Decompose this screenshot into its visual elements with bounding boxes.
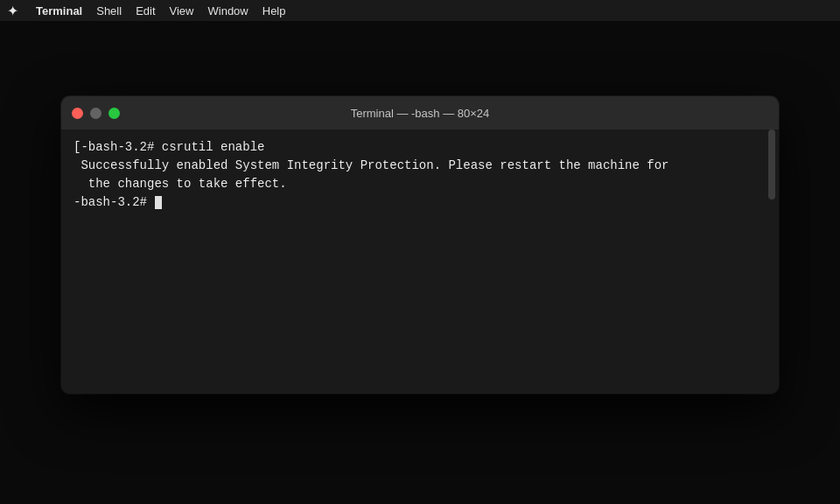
terminal-title: Terminal — -bash — 80×24: [351, 107, 490, 120]
terminal-cursor: [155, 196, 162, 209]
maximize-button[interactable]: [108, 108, 120, 119]
terminal-line-4: -bash-3.2#: [74, 193, 766, 212]
minimize-button[interactable]: [90, 108, 102, 119]
menubar: ✦ Terminal Shell Edit View Window Help: [0, 0, 840, 21]
traffic-lights: [72, 108, 120, 119]
menu-shell[interactable]: Shell: [96, 4, 122, 18]
terminal-window: Terminal — -bash — 80×24 [-bash-3.2# csr…: [61, 96, 779, 394]
menu-help[interactable]: Help: [262, 4, 286, 18]
terminal-titlebar: Terminal — -bash — 80×24: [61, 96, 779, 130]
apple-menu[interactable]: ✦: [7, 3, 18, 19]
terminal-line-2: Successfully enabled System Integrity Pr…: [74, 157, 766, 175]
terminal-line-1: [-bash-3.2# csrutil enable: [74, 138, 766, 157]
menu-edit[interactable]: Edit: [136, 4, 155, 18]
menu-view[interactable]: View: [170, 4, 194, 18]
terminal-scrollbar[interactable]: [768, 130, 775, 200]
close-button[interactable]: [72, 108, 83, 119]
menu-window[interactable]: Window: [208, 4, 248, 18]
terminal-line-3: the changes to take effect.: [74, 175, 766, 193]
desktop: Terminal — -bash — 80×24 [-bash-3.2# csr…: [0, 21, 840, 504]
menu-terminal[interactable]: Terminal: [36, 4, 82, 18]
terminal-body[interactable]: [-bash-3.2# csrutil enable Successfully …: [61, 130, 779, 394]
